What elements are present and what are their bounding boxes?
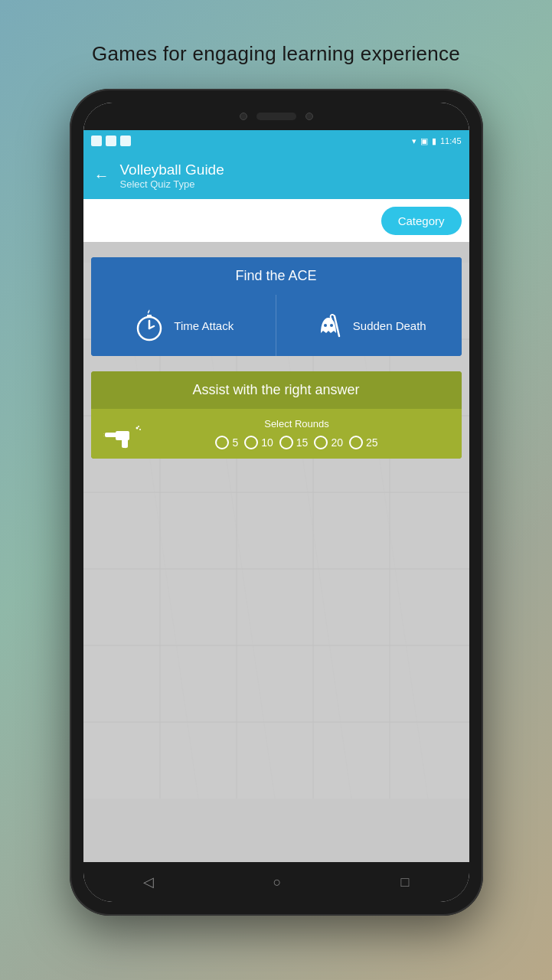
page-title: Games for engaging learning experience (92, 42, 460, 66)
round-5-label: 5 (232, 436, 238, 449)
round-10-radio[interactable] (244, 436, 258, 449)
gun-icon (103, 420, 137, 448)
phone-screen: ▾ ▣ ▮ 11:45 ← Volleyball Guide Select Qu… (83, 103, 469, 902)
round-15-radio[interactable] (279, 436, 293, 449)
svg-rect-23 (116, 431, 129, 440)
svg-point-19 (324, 324, 327, 327)
svg-rect-24 (122, 439, 128, 448)
nav-recents-button[interactable]: □ (401, 874, 410, 890)
category-area: Category (83, 199, 469, 242)
round-20-label: 20 (331, 436, 343, 449)
svg-point-28 (136, 426, 138, 429)
phone-frame: ▾ ▣ ▮ 11:45 ← Volleyball Guide Select Qu… (70, 89, 483, 916)
rounds-label: Select Rounds (145, 418, 449, 430)
timer-icon (132, 309, 166, 342)
ghost-icon (312, 309, 345, 342)
assist-card-title: Assist with the right answer (91, 371, 462, 409)
app-subtitle: Select Quiz Type (120, 178, 224, 190)
round-15-label: 15 (296, 436, 309, 449)
camera-dot (240, 113, 247, 120)
download-icon (120, 136, 131, 146)
round-25-radio[interactable] (349, 436, 363, 449)
ace-card-body: Time Attack (91, 295, 462, 356)
round-25[interactable]: 25 (349, 436, 378, 449)
assist-card-body: Select Rounds 5 10 (91, 409, 462, 459)
app-toolbar: ← Volleyball Guide Select Quiz Type (83, 152, 469, 199)
toolbar-title-block: Volleyball Guide Select Quiz Type (120, 162, 224, 190)
ace-card: Find the ACE (91, 257, 462, 356)
category-button[interactable]: Category (381, 207, 462, 235)
app-content: Category Find the ACE (83, 199, 469, 862)
nav-back-button[interactable]: ◁ (143, 874, 154, 890)
back-button[interactable]: ← (94, 167, 109, 185)
bottom-nav: ◁ ○ □ (83, 862, 469, 902)
nav-home-button[interactable]: ○ (273, 874, 282, 890)
sensor-dot (305, 113, 313, 120)
status-icons-left (91, 136, 131, 146)
image-icon (106, 136, 116, 146)
clock: 11:45 (440, 136, 462, 145)
phone-top-hardware (83, 103, 469, 130)
time-attack-option[interactable]: Time Attack (91, 295, 277, 356)
wifi-icon: ▾ (412, 136, 416, 146)
round-25-label: 25 (366, 436, 378, 449)
svg-point-29 (138, 426, 139, 427)
round-15[interactable]: 15 (279, 436, 309, 449)
round-5[interactable]: 5 (215, 436, 238, 449)
round-5-radio[interactable] (215, 436, 229, 449)
round-10[interactable]: 10 (244, 436, 273, 449)
svg-point-30 (139, 429, 141, 430)
status-bar: ▾ ▣ ▮ 11:45 (83, 130, 469, 152)
assist-card: Assist with the right answer (91, 371, 462, 459)
svg-point-20 (330, 324, 333, 327)
round-20[interactable]: 20 (314, 436, 343, 449)
app-name: Volleyball Guide (120, 162, 224, 178)
svg-rect-18 (147, 315, 152, 318)
battery-icon: ▮ (432, 136, 436, 146)
notification-icon (91, 136, 102, 146)
round-10-label: 10 (261, 436, 273, 449)
sudden-death-label: Sudden Death (353, 319, 426, 332)
rounds-options: 5 10 15 (145, 436, 449, 449)
round-20-radio[interactable] (314, 436, 328, 449)
sudden-death-option[interactable]: Sudden Death (276, 295, 462, 356)
rounds-section: Select Rounds 5 10 (145, 418, 449, 449)
ace-card-title: Find the ACE (91, 257, 462, 295)
signal-icon: ▣ (420, 136, 428, 146)
time-attack-label: Time Attack (174, 319, 234, 332)
speaker-grille (256, 113, 296, 120)
status-right: ▾ ▣ ▮ 11:45 (412, 136, 462, 146)
quiz-cards-area: Find the ACE (83, 242, 469, 474)
